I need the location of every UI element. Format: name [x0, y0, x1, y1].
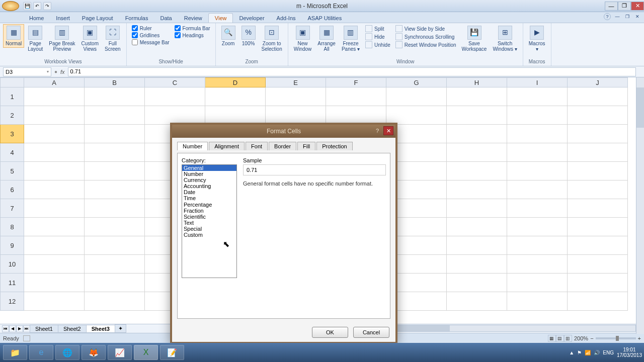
cell[interactable] — [507, 162, 568, 180]
cell[interactable] — [507, 125, 568, 143]
col-header-j[interactable]: J — [568, 77, 628, 87]
sheet-nav-last[interactable]: ⏭ — [23, 325, 30, 332]
cell[interactable] — [568, 125, 628, 143]
tab-home[interactable]: Home — [23, 14, 50, 23]
cell[interactable] — [447, 274, 507, 292]
cell[interactable] — [507, 106, 568, 125]
headings-checkbox[interactable]: Headings — [175, 32, 210, 38]
cell[interactable] — [447, 106, 507, 125]
task-notepad[interactable]: 📝 — [160, 345, 184, 360]
category-date[interactable]: Date — [182, 189, 236, 195]
col-header-f[interactable]: F — [326, 77, 386, 87]
cell[interactable] — [447, 162, 507, 180]
cell[interactable] — [568, 106, 628, 125]
cell[interactable] — [568, 87, 628, 106]
cell[interactable] — [447, 125, 507, 143]
sheet-tab-1[interactable]: Sheet1 — [30, 325, 58, 333]
cell[interactable] — [447, 87, 507, 106]
task-ie[interactable]: e — [29, 345, 53, 360]
minimize-button[interactable]: — — [605, 2, 618, 11]
dialog-close-button[interactable]: ✕ — [383, 126, 393, 135]
tray-network-icon[interactable]: 📶 — [585, 350, 591, 355]
zoom-level[interactable]: 200% — [574, 335, 588, 341]
cell[interactable] — [507, 143, 568, 162]
category-number[interactable]: Number — [182, 171, 236, 177]
cell[interactable] — [85, 236, 145, 255]
cell[interactable] — [24, 218, 85, 236]
row-header-12[interactable]: 12 — [0, 292, 24, 311]
tray-lang[interactable]: ENG — [603, 350, 614, 355]
cell[interactable] — [24, 255, 85, 274]
category-custom[interactable]: Custom — [182, 232, 236, 238]
view-shortcuts[interactable]: ▦▤▥ — [548, 335, 572, 342]
cell[interactable] — [507, 255, 568, 274]
qat-redo[interactable]: ↷ — [43, 2, 51, 10]
vertical-scrollbar[interactable] — [636, 77, 644, 334]
row-header-6[interactable]: 6 — [0, 180, 24, 199]
sheet-tab-2[interactable]: Sheet2 — [58, 325, 87, 333]
tray-volume-icon[interactable]: 🔊 — [594, 350, 600, 355]
row-header-1[interactable]: 1 — [0, 87, 24, 106]
row-header-9[interactable]: 9 — [0, 236, 24, 255]
tab-developer[interactable]: Developer — [233, 14, 270, 23]
task-firefox[interactable]: 🦊 — [82, 345, 106, 360]
task-app[interactable]: 📈 — [108, 345, 132, 360]
sheet-tab-3[interactable]: Sheet3 — [86, 325, 115, 333]
zoom-in-button[interactable]: + — [638, 335, 641, 341]
col-header-c[interactable]: C — [145, 77, 205, 87]
arrange-all-button[interactable]: ▦Arrange All — [315, 24, 338, 53]
col-header-d[interactable]: D — [205, 77, 266, 87]
row-header-3[interactable]: 3 — [0, 125, 24, 143]
zoom-selection-button[interactable]: ⊡Zoom to Selection — [259, 24, 285, 53]
cell[interactable] — [85, 218, 145, 236]
system-tray[interactable]: ▲ ⚑ 📶 🔊 ENG 19:01 17/03/2013 — [569, 347, 642, 358]
cell[interactable] — [507, 180, 568, 199]
cell[interactable] — [507, 87, 568, 106]
cell[interactable] — [386, 87, 447, 106]
cell[interactable] — [447, 143, 507, 162]
dlg-tab-fill[interactable]: Fill — [297, 142, 315, 150]
qat-save[interactable]: 💾 — [23, 2, 31, 10]
row-header-4[interactable]: 4 — [0, 143, 24, 162]
freeze-panes-button[interactable]: ▥Freeze Panes ▾ — [339, 24, 362, 53]
cell[interactable] — [266, 87, 326, 106]
cell[interactable] — [447, 199, 507, 218]
cell[interactable] — [507, 199, 568, 218]
sheet-nav-next[interactable]: ▶ — [16, 325, 23, 332]
cancel-button[interactable]: Cancel — [353, 327, 389, 338]
row-header-11[interactable]: 11 — [0, 274, 24, 292]
col-header-e[interactable]: E — [266, 77, 326, 87]
cell[interactable] — [568, 143, 628, 162]
maximize-button[interactable]: ❐ — [618, 2, 631, 11]
category-special[interactable]: Special — [182, 226, 236, 232]
category-general[interactable]: General — [182, 165, 236, 171]
cell[interactable] — [85, 199, 145, 218]
cell[interactable] — [24, 180, 85, 199]
page-layout-button[interactable]: ▤Page Layout — [25, 24, 45, 53]
tray-flag-icon[interactable]: ▲ — [569, 350, 574, 355]
cell[interactable] — [205, 106, 266, 125]
view-side-by-side-button[interactable]: View Side by Side — [395, 25, 456, 32]
cell[interactable] — [85, 106, 145, 125]
cell[interactable] — [568, 292, 628, 311]
cell[interactable] — [85, 162, 145, 180]
macros-button[interactable]: ▶Macros ▾ — [526, 24, 548, 53]
category-currency[interactable]: Currency — [182, 177, 236, 183]
cell[interactable] — [266, 106, 326, 125]
cell[interactable] — [24, 106, 85, 125]
category-percentage[interactable]: Percentage — [182, 202, 236, 208]
office-button[interactable] — [2, 1, 19, 11]
page-break-preview-button[interactable]: ▥Page Break Preview — [46, 24, 77, 53]
task-explorer[interactable]: 📁 — [3, 345, 27, 360]
tab-data[interactable]: Data — [154, 14, 178, 23]
cell[interactable] — [85, 143, 145, 162]
cell[interactable] — [447, 180, 507, 199]
row-header-5[interactable]: 5 — [0, 162, 24, 180]
cell[interactable] — [326, 87, 386, 106]
cell[interactable] — [507, 292, 568, 311]
cell[interactable] — [386, 106, 447, 125]
row-header-7[interactable]: 7 — [0, 199, 24, 218]
cell[interactable] — [568, 162, 628, 180]
sheet-nav-first[interactable]: ⏮ — [2, 325, 9, 332]
cell[interactable] — [24, 162, 85, 180]
